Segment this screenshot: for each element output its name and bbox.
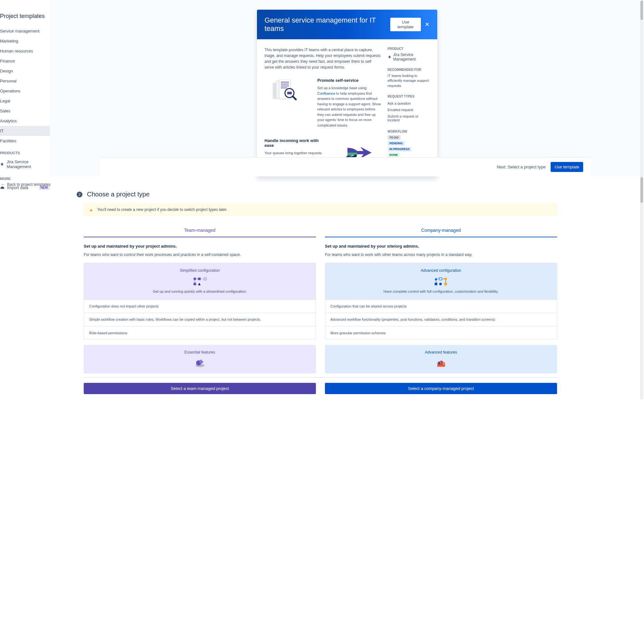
modal-title: General service management for IT teams (265, 16, 391, 33)
svg-rect-31 (444, 283, 447, 285)
company-config-title: Advanced configuration (330, 268, 552, 273)
svg-point-25 (202, 360, 203, 361)
scrollbar[interactable] (640, 176, 643, 399)
products-header: PRODUCTS (0, 146, 50, 157)
arrow-left-icon: ← (1, 182, 5, 187)
simplified-config-icon (89, 277, 310, 286)
svg-marker-18 (198, 283, 201, 285)
meta-product: Jira Service Management (388, 52, 430, 62)
close-button[interactable]: ✕ (425, 21, 430, 28)
company-feat-title: Advanced features (330, 350, 552, 355)
team-config-desc: Get up and running quickly with a stream… (89, 289, 310, 294)
config-item: Role-based permissions (84, 326, 316, 340)
jsm-icon (388, 55, 392, 59)
jsm-icon (0, 162, 4, 166)
team-subtitle: Set up and maintained by your project ad… (84, 244, 316, 249)
request-type-item: Submit a request or incident (388, 113, 430, 123)
tab-company-managed[interactable]: Company-managed (325, 224, 557, 237)
request-type-item: Ask a question (388, 100, 430, 107)
select-footer: Select a team-managed project Select a c… (84, 377, 557, 399)
feature-desc-1: Set up a knowledge base using Confluence… (317, 85, 381, 128)
workflow-tag: PENDING (388, 141, 405, 146)
sidebar: Project templates Service managementMark… (0, 0, 50, 176)
svg-rect-15 (198, 278, 201, 280)
config-item: More granular permission schemes (325, 326, 557, 340)
config-item: Configuration that can be shared across … (325, 299, 557, 313)
tab-team-managed[interactable]: Team-managed (84, 224, 316, 237)
team-feat-title: Essential features (89, 350, 311, 355)
config-item: Advanced workflow functionality (propert… (325, 313, 557, 326)
feature-title-1: Promote self-service (317, 78, 381, 83)
scrollbar[interactable] (640, 0, 643, 176)
svg-point-28 (444, 278, 447, 280)
workflow-tag: IN PROGRESS (388, 147, 412, 151)
use-template-button-header[interactable]: Use template (390, 18, 421, 31)
warning-icon: ▲ (89, 207, 93, 212)
next-step-text: Next: Select a project type (497, 165, 546, 169)
warning-text: You'll need to create a new project if y… (97, 207, 227, 212)
team-desc: For teams who want to control their work… (84, 252, 316, 258)
step-number-badge: 2 (77, 192, 82, 197)
warning-banner: ▲ You'll need to create a new project if… (84, 203, 557, 216)
template-modal: General service management for IT teams … (257, 10, 437, 176)
select-team-managed-button[interactable]: Select a team-managed project (84, 383, 316, 394)
svg-rect-27 (439, 278, 442, 280)
meta-workflow-label: WORKFLOW (388, 130, 430, 133)
sidebar-item-facilities[interactable]: Facilities (0, 136, 50, 146)
company-config-desc: Have complete control with full configur… (330, 289, 552, 294)
sidebar-product-label: Jira Service Management (7, 159, 50, 169)
sidebar-item-marketing[interactable]: Marketing (0, 36, 50, 46)
svg-rect-29 (435, 283, 437, 285)
workflow-tag: TO DO (388, 135, 401, 140)
svg-rect-8 (287, 92, 292, 94)
essential-features-icon (89, 358, 311, 368)
back-link[interactable]: ← Back to project templates (0, 182, 644, 191)
svg-rect-17 (194, 283, 196, 285)
sidebar-title: Project templates (0, 13, 50, 26)
feature-image-1 (265, 78, 310, 107)
workflow-tag: DONE (388, 153, 400, 157)
svg-point-16 (204, 278, 206, 280)
feature-title-2: Handle incoming work with ease (265, 138, 328, 148)
sidebar-product-jsm[interactable]: Jira Service Management (0, 157, 50, 172)
sidebar-item-legal[interactable]: Legal (0, 96, 50, 106)
modal-description: This template provides IT teams with a c… (265, 47, 381, 70)
svg-line-9 (293, 96, 296, 99)
sidebar-item-personal[interactable]: Personal (0, 76, 50, 86)
sidebar-item-sales[interactable]: Sales (0, 106, 50, 116)
sidebar-item-it[interactable]: IT (0, 126, 50, 136)
advanced-config-icon (330, 277, 552, 286)
meta-product-label: PRODUCT (388, 47, 430, 51)
sidebar-item-finance[interactable]: Finance (0, 56, 50, 66)
sidebar-item-human-resources[interactable]: Human resources (0, 46, 50, 56)
use-template-button-footer[interactable]: Use template (551, 162, 583, 172)
team-config-title: Simplified configuration (89, 268, 310, 273)
sidebar-item-service-management[interactable]: Service management (0, 26, 50, 36)
modal-header: General service management for IT teams … (257, 10, 437, 39)
svg-marker-26 (435, 278, 437, 280)
team-managed-column: Team-managed Set up and maintained by yo… (84, 224, 316, 374)
company-managed-column: Company-managed Set up and maintained by… (325, 224, 557, 374)
company-desc: For teams who want to work with other te… (325, 252, 557, 258)
config-item: Configuration does not impact other proj… (84, 299, 316, 313)
company-subtitle: Set up and maintained by your site/org a… (325, 244, 557, 249)
confluence-link[interactable]: Confluence (317, 91, 336, 95)
sidebar-item-analytics[interactable]: Analytics (0, 116, 50, 126)
svg-point-30 (439, 283, 442, 285)
sidebar-item-design[interactable]: Design (0, 66, 50, 76)
select-company-managed-button[interactable]: Select a company-managed project (325, 383, 557, 394)
sidebar-item-operations[interactable]: Operations (0, 86, 50, 96)
request-type-item: Emailed request (388, 107, 430, 113)
meta-recommended: IT teams looking to efficiently manage s… (388, 73, 430, 88)
modal-footer: Next: Select a project type Use template (100, 157, 591, 176)
advanced-features-icon (330, 358, 552, 368)
main-content: General service management for IT teams … (50, 0, 644, 176)
svg-point-14 (194, 278, 196, 280)
meta-request-types-label: REQUEST TYPES (388, 95, 430, 98)
meta-recommended-label: RECOMMENDED FOR (388, 68, 430, 71)
step-title: Choose a project type (87, 191, 150, 198)
config-item: Simple workflow creation with basic rule… (84, 313, 316, 326)
